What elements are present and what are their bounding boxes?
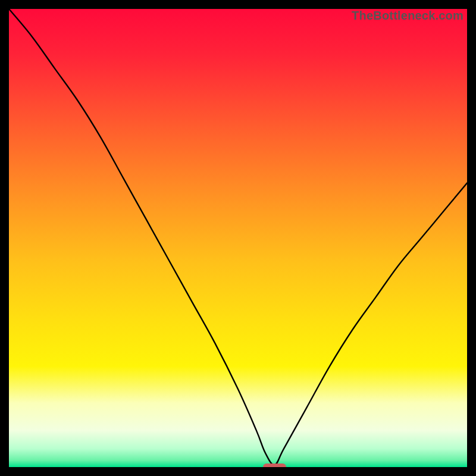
watermark-text: TheBottleneck.com — [352, 9, 464, 23]
plot-area: TheBottleneck.com — [9, 9, 467, 467]
optimum-marker — [263, 464, 286, 467]
bottleneck-curve — [9, 9, 467, 467]
chart-frame: TheBottleneck.com — [0, 0, 476, 476]
